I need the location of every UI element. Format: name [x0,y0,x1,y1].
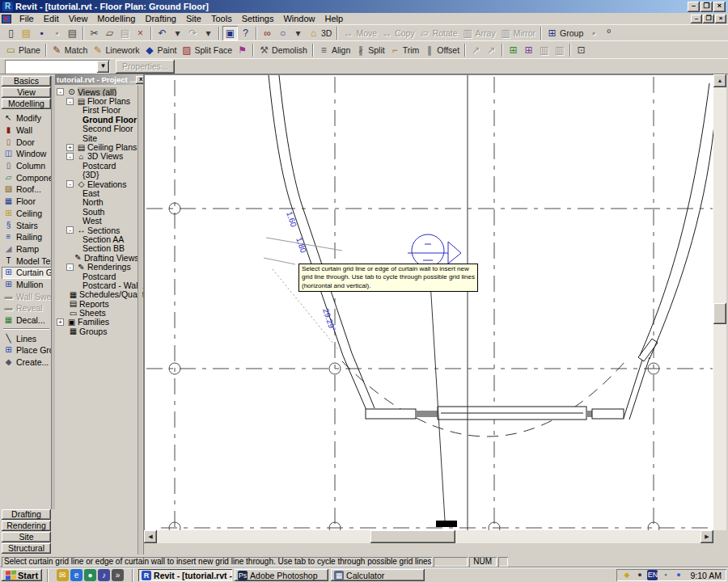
design-tool-door[interactable]: ▯Door [2,136,51,148]
save-button[interactable]: ▪ [34,26,49,40]
panel-tool-icon-1-button[interactable]: ▥ [536,43,552,57]
tree-item-north[interactable]: North [57,198,143,207]
tree-expander-icon[interactable]: - [66,153,74,160]
floor-plan-svg[interactable]: 1.60 1.80 29.29° [145,75,714,544]
redo-button[interactable]: ↷ [185,26,201,40]
design-tool-model-text[interactable]: TModel Text [2,255,51,267]
print-button[interactable]: ▤ [65,26,80,40]
internet-explorer-icon[interactable]: e [70,569,83,581]
tree-item-postcard[interactable]: Postcard [57,272,143,280]
project-browser-titlebar[interactable]: tutorial.rvt - Project ... x [55,74,143,85]
project-browser-close-icon[interactable]: x [136,76,143,84]
tree-item-floor-plans[interactable]: -▤Floor Plans [57,96,143,105]
tree-item-sheets[interactable]: ▭Sheets [57,308,143,317]
design-tool-ceiling[interactable]: ⊞Ceiling [2,208,51,220]
save-all-button[interactable]: ▪ [49,26,65,40]
tree-item-drafting-views[interactable]: ✎Drafting Views [57,253,143,262]
properties-button[interactable]: Properties... [116,60,175,74]
linework-button[interactable]: ✎Linework [90,43,142,57]
elevation-marker[interactable] [408,234,461,267]
design-tool-modify[interactable]: ↖Modify [2,112,51,124]
link-button[interactable]: º [601,26,616,40]
scroll-right-icon[interactable]: ▶ [700,530,713,543]
demolish-button[interactable]: ⚒Demolish [256,43,310,57]
minimize-button[interactable]: – [688,2,700,12]
design-tab-rendering[interactable]: Rendering [2,521,51,531]
design-tool-curtain-grid[interactable]: ⊞Curtain Grid [2,267,51,279]
tree-item-3d[interactable]: {3D} [57,171,143,179]
undo-button[interactable]: ↶ [154,26,170,40]
align-button[interactable]: ≡Align [316,43,353,57]
tree-expander-icon[interactable]: - [66,264,74,271]
spot-view-button[interactable]: ∞ [260,26,275,40]
cascade-button[interactable]: ⊡ [574,43,589,57]
tree-item-section-bb[interactable]: Section BB [57,244,143,253]
tree-item-groups[interactable]: ▦Groups [57,327,143,335]
design-tool-reveal[interactable]: ▬Reveal [2,302,51,314]
tree-item-section-aa[interactable]: Section AA [57,234,143,243]
properties-toggle-button[interactable]: ▣ [222,26,238,40]
tree-item-east[interactable]: East [57,188,143,197]
task-button-revit-tutorial-rvt[interactable]: RRevit - [tutorial.rvt -... [138,569,232,581]
tree-item-first-floor[interactable]: First Floor [57,106,143,115]
design-tab-view[interactable]: View [2,87,51,98]
design-tab-site[interactable]: Site [2,532,51,542]
mdi-minimize-button[interactable]: – [691,15,702,23]
type-selector-combo[interactable]: ▼ [5,60,110,74]
horizontal-scroll-thumb[interactable] [370,530,455,543]
mirror-button[interactable]: ▥Mirror [498,26,538,40]
design-tool-railing[interactable]: ≡Railing [2,231,51,243]
context-help-button[interactable]: ? [238,26,253,40]
title-bar[interactable]: R Revit - [tutorial.rvt - Floor Plan: Gr… [0,0,728,13]
tree-expander-icon[interactable]: - [66,226,74,234]
flag-button[interactable]: ⚑ [235,43,250,57]
task-button-adobe-photoshop[interactable]: PsAdobe Photoshop [235,569,328,581]
design-tool-roof[interactable]: ▨Roof... [2,183,51,196]
zoom-button[interactable]: ○ [275,26,290,40]
offset-button[interactable]: ∥Offset [421,43,462,57]
match-button[interactable]: ✎Match [49,43,91,57]
design-tool-wall-sweep[interactable]: ▬Wall Sweep [2,290,51,302]
menu-item-view[interactable]: View [64,13,93,24]
undo-dropdown-button[interactable]: ▾ [170,26,185,40]
slope-tool-icon-1-button[interactable]: ↗ [468,43,484,57]
delete-button[interactable]: × [133,26,148,40]
copy-button[interactable]: ▱ [102,26,117,40]
task-button-calculator[interactable]: ▦Calculator [331,569,425,581]
design-tool-floor[interactable]: ▦Floor [2,196,51,208]
tree-expander-icon[interactable]: - [66,98,74,105]
rotate-button[interactable]: ▱Rotate [417,26,460,40]
tree-expander-icon[interactable]: - [66,180,74,188]
design-tab-drafting[interactable]: Drafting [2,509,51,520]
horizontal-scrollbar[interactable]: ◀ ▶ [144,530,713,543]
design-tool-stairs[interactable]: §Stairs [2,219,51,231]
menu-item-file[interactable]: File [15,13,39,24]
tree-item-postcard[interactable]: Postcard [57,161,143,170]
quick-launch-more-icon[interactable]: » [112,569,124,581]
design-tool-column[interactable]: ▯Column [2,160,51,172]
menu-item-settings[interactable]: Settings [237,13,279,24]
start-button[interactable]: Start [2,569,42,581]
design-tool-place-group[interactable]: ⊞Place Group [2,344,51,356]
menu-item-edit[interactable]: Edit [39,13,64,24]
tree-item-ground-floor[interactable]: Ground Floor [57,115,143,124]
tree-item-ceiling-plans[interactable]: +▤Ceiling Plans [57,142,143,151]
tree-item-views-all[interactable]: -⊙Views (all) [57,87,143,96]
menu-item-drafting[interactable]: Drafting [140,13,181,24]
tree-item-renderings[interactable]: -✎Renderings [57,262,143,271]
curtain-wall[interactable] [269,75,714,420]
design-tool-ramp[interactable]: ◢Ramp [2,243,51,255]
close-button[interactable]: × [713,2,726,12]
zoom-dropdown-button[interactable]: ▾ [290,26,306,40]
scroll-up-icon[interactable]: ▲ [713,74,726,87]
new-button[interactable]: ▯ [3,26,19,40]
design-tool-component[interactable]: ▱Component [2,171,51,183]
copy-element-button[interactable]: ↔Copy [379,26,417,40]
design-tool-lines[interactable]: ╲Lines [2,332,51,344]
browser-globe-icon[interactable]: ● [84,569,96,581]
media-player-icon[interactable]: ♪ [98,569,110,581]
tree-item-site[interactable]: Site [57,133,143,142]
tree-item-south[interactable]: South [57,207,143,216]
mdi-restore-button[interactable]: ❐ [703,15,714,23]
design-tool-wall[interactable]: ▮Wall [2,124,51,137]
